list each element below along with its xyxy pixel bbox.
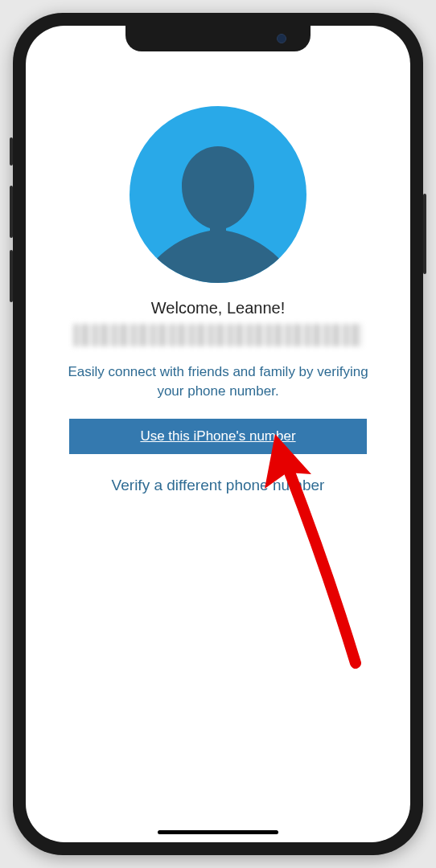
display-notch <box>125 26 311 51</box>
use-this-number-button[interactable]: Use this iPhone's number <box>69 419 367 454</box>
power-button <box>423 194 426 274</box>
onboarding-content: Welcome, Leanne! Easily connect with fri… <box>26 26 410 842</box>
home-indicator[interactable] <box>158 830 278 834</box>
verify-different-number-link[interactable]: Verify a different phone number <box>112 477 325 494</box>
welcome-greeting: Welcome, Leanne! <box>151 299 285 317</box>
iphone-device-frame: Welcome, Leanne! Easily connect with fri… <box>13 13 423 855</box>
volume-up-button <box>10 186 13 238</box>
front-camera <box>277 34 286 43</box>
volume-down-button <box>10 250 13 302</box>
redacted-info <box>73 324 363 346</box>
phone-screen: Welcome, Leanne! Easily connect with fri… <box>26 26 410 842</box>
silent-switch <box>10 137 13 166</box>
arrow-annotation-icon <box>247 426 392 683</box>
person-silhouette-icon <box>138 138 298 283</box>
verification-description: Easily connect with friends and family b… <box>26 362 410 401</box>
avatar-placeholder <box>130 106 306 283</box>
